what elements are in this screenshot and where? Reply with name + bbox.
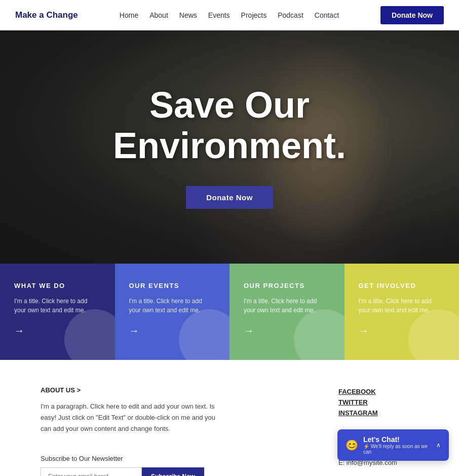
nav-links: Home About News Events Projects Podcast …: [120, 11, 339, 19]
card-1-arrow[interactable]: →: [14, 325, 101, 337]
navbar: Make a Change Home About News Events Pro…: [0, 0, 459, 30]
nav-contact[interactable]: Contact: [315, 11, 339, 19]
nav-projects[interactable]: Projects: [241, 11, 267, 19]
nav-podcast[interactable]: Podcast: [278, 11, 303, 19]
card-get-involved[interactable]: GET INVOLVED I'm a title. Click here to …: [345, 264, 460, 360]
site-logo: Make a Change: [15, 10, 78, 20]
card-4-text: I'm a title. Click here to add your own …: [359, 297, 445, 315]
twitter-link[interactable]: TWITTER: [338, 398, 418, 406]
hero-content: Save Our Environment. Donate Now: [113, 85, 346, 208]
newsletter-label: Subscribe to Our Newsletter: [41, 455, 218, 462]
nav-home[interactable]: Home: [120, 11, 138, 19]
nav-about[interactable]: About: [149, 11, 168, 19]
chat-subtitle: ⚡ We'll reply as soon as we can: [363, 444, 431, 455]
footer-paragraph: I'm a paragraph. Click here to edit and …: [41, 401, 218, 434]
card-3-title: OUR PROJECTS: [244, 282, 330, 289]
chat-chevron-icon[interactable]: ∧: [436, 442, 441, 449]
card-2-arrow[interactable]: →: [129, 325, 216, 337]
card-4-arrow[interactable]: →: [359, 325, 445, 337]
instagram-link[interactable]: INSTAGRAM: [338, 409, 418, 417]
navbar-donate-button[interactable]: Donate Now: [380, 6, 444, 24]
hero-title: Save Our Environment.: [113, 85, 346, 165]
card-2-title: OUR EVENTS: [129, 282, 216, 289]
nav-news[interactable]: News: [179, 11, 197, 19]
card-3-text: I'm a title. Click here to add your own …: [244, 297, 330, 315]
card-2-text: I'm a title. Click here to add your own …: [129, 297, 216, 315]
newsletter-input[interactable]: [41, 467, 142, 476]
newsletter-subscribe-button[interactable]: Subscribe Now: [142, 467, 204, 476]
nav-events[interactable]: Events: [208, 11, 230, 19]
chat-text-area: Let's Chat! ⚡ We'll reply as soon as we …: [363, 435, 431, 455]
cards-row: WHAT WE DO I'm a title. Click here to ad…: [0, 264, 459, 360]
card-1-title: WHAT WE DO: [14, 282, 101, 289]
footer-about-link[interactable]: ABOUT US >: [41, 386, 81, 394]
chat-title: Let's Chat!: [363, 435, 431, 444]
footer-left: ABOUT US > I'm a paragraph. Click here t…: [41, 385, 218, 476]
chat-widget[interactable]: 😊 Let's Chat! ⚡ We'll reply as soon as w…: [337, 429, 449, 461]
hero-donate-button[interactable]: Donate Now: [186, 186, 273, 209]
card-what-we-do[interactable]: WHAT WE DO I'm a title. Click here to ad…: [0, 264, 115, 360]
card-4-title: GET INVOLVED: [359, 282, 445, 289]
newsletter-form: Subscribe Now: [41, 467, 218, 476]
card-3-arrow[interactable]: →: [244, 325, 330, 337]
card-our-projects[interactable]: OUR PROJECTS I'm a title. Click here to …: [230, 264, 345, 360]
card-1-text: I'm a title. Click here to add your own …: [14, 297, 101, 315]
facebook-link[interactable]: FACEBOOK: [338, 388, 418, 395]
chat-emoji-icon: 😊: [346, 439, 358, 451]
hero-section: Save Our Environment. Donate Now: [0, 30, 459, 264]
card-our-events[interactable]: OUR EVENTS I'm a title. Click here to ad…: [115, 264, 230, 360]
